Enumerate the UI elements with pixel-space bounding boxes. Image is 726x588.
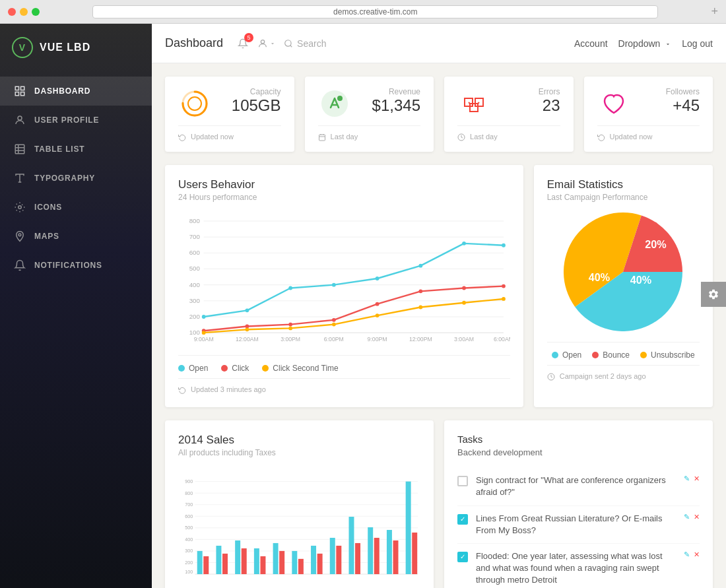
svg-point-66 — [332, 318, 336, 322]
svg-text:600: 600 — [185, 514, 193, 519]
svg-point-76 — [418, 306, 422, 310]
task-delete-button[interactable]: ✕ — [694, 550, 700, 559]
stat-info: Revenue $1,345 — [372, 87, 420, 115]
bar-chart-svg: 900 800 700 600 500 400 300 200 100 — [178, 468, 420, 587]
sidebar-item-user-profile[interactable]: User Profile — [0, 106, 152, 135]
task-edit-button[interactable]: ✎ — [684, 513, 690, 521]
sidebar-item-label: Dashboard — [34, 86, 90, 96]
close-dot[interactable] — [8, 8, 16, 16]
svg-point-60 — [418, 264, 422, 268]
sidebar-item-icons[interactable]: Icons — [0, 193, 152, 222]
svg-point-75 — [376, 313, 380, 317]
minimize-dot[interactable] — [20, 8, 28, 16]
stat-value: 105GB — [232, 96, 281, 115]
account-link[interactable]: Account — [574, 38, 608, 49]
svg-rect-112 — [298, 559, 304, 574]
task-checkbox[interactable] — [457, 476, 468, 486]
task-delete-button[interactable]: ✕ — [694, 513, 700, 521]
line-chart-area: 800 700 600 500 400 300 200 100 9:00AM 1… — [178, 212, 510, 344]
browser-url[interactable]: demos.creative-tim.com — [92, 5, 658, 18]
task-checkbox[interactable]: ✓ — [457, 514, 468, 525]
task-delete-button[interactable]: ✕ — [694, 474, 700, 483]
logout-button[interactable]: Log out — [682, 38, 713, 49]
svg-rect-118 — [355, 543, 360, 574]
maps-icon — [13, 230, 26, 243]
svg-point-68 — [418, 290, 422, 294]
task-item: ✓ Flooded: One year later, assessing wha… — [457, 544, 700, 588]
dashboard-icon — [13, 84, 26, 98]
svg-rect-101 — [197, 551, 203, 574]
stat-value: +45 — [666, 96, 700, 115]
svg-point-69 — [462, 286, 466, 290]
logo-icon: V — [12, 37, 33, 58]
svg-point-12 — [18, 234, 21, 236]
svg-point-72 — [245, 328, 249, 332]
svg-text:100: 100 — [189, 329, 200, 336]
svg-rect-106 — [242, 548, 247, 574]
capacity-icon — [178, 87, 211, 120]
email-chart-footer: Campaign sent 2 days ago — [547, 365, 700, 381]
settings-fab[interactable] — [701, 282, 726, 307]
errors-icon — [457, 87, 490, 120]
stat-label: Capacity — [232, 87, 281, 96]
svg-rect-105 — [235, 540, 240, 574]
sidebar-item-table-list[interactable]: Table List — [0, 135, 152, 164]
chart-title: Users Behavior — [178, 178, 510, 191]
sidebar: V VUE LBD Dashboard — [0, 24, 152, 588]
svg-point-77 — [462, 301, 466, 305]
svg-point-4 — [18, 116, 22, 120]
svg-point-19 — [321, 90, 348, 117]
sidebar-item-dashboard[interactable]: Dashboard — [0, 77, 152, 106]
table-icon — [13, 143, 26, 156]
sidebar-item-maps[interactable]: Maps — [0, 222, 152, 251]
bell-icon — [13, 259, 26, 272]
sidebar-nav: Dashboard User Profile — [0, 71, 152, 588]
legend-unsubscribe: Unsubscribe — [640, 350, 695, 360]
dropdown-button[interactable]: Dropdown — [618, 38, 672, 49]
sidebar-item-notifications[interactable]: Notifications — [0, 251, 152, 280]
stats-row: Capacity 105GB Updated now — [165, 77, 713, 152]
logo-text: VUE LBD — [40, 42, 90, 53]
sidebar-item-typography[interactable]: Typography — [0, 164, 152, 193]
svg-point-74 — [332, 323, 336, 327]
header-icons: 5 — [234, 34, 276, 53]
sales-subtitle: All products including Taxes — [178, 448, 420, 457]
svg-point-71 — [202, 331, 206, 335]
stat-info: Capacity 105GB — [232, 87, 281, 115]
new-tab-button[interactable]: + — [711, 5, 718, 18]
sidebar-item-label: Icons — [34, 203, 62, 212]
notifications-button[interactable]: 5 — [234, 34, 252, 53]
svg-line-28 — [469, 102, 470, 104]
maximize-dot[interactable] — [32, 8, 40, 16]
email-chart-subtitle: Last Campaign Performance — [547, 193, 700, 202]
svg-rect-124 — [412, 533, 417, 574]
bottom-row: 2014 Sales All products including Taxes … — [165, 420, 713, 588]
svg-text:200: 200 — [185, 560, 193, 566]
task-edit-button[interactable]: ✎ — [684, 550, 690, 559]
task-checkbox[interactable]: ✓ — [457, 552, 468, 562]
svg-text:200: 200 — [189, 313, 200, 320]
profile-button[interactable] — [257, 34, 276, 53]
svg-point-62 — [502, 244, 506, 247]
main-content: Dashboard 5 — [152, 24, 726, 588]
person-icon — [13, 114, 26, 127]
legend-bounce: Bounce — [592, 350, 630, 360]
stat-label: Revenue — [372, 87, 420, 96]
notification-badge: 5 — [244, 33, 253, 42]
svg-point-78 — [502, 297, 506, 301]
stat-value: $1,345 — [372, 96, 420, 115]
svg-text:3:00PM: 3:00PM — [280, 336, 300, 343]
svg-rect-2 — [21, 92, 24, 96]
svg-rect-117 — [348, 517, 354, 574]
search-button[interactable]: Search — [284, 38, 326, 49]
svg-text:700: 700 — [185, 502, 193, 507]
svg-text:600: 600 — [189, 249, 200, 256]
svg-text:12:00PM: 12:00PM — [409, 336, 432, 343]
svg-text:40%: 40% — [589, 271, 610, 283]
tasks-section: Backend development — [457, 447, 700, 457]
svg-point-73 — [288, 327, 292, 331]
stat-value: 23 — [539, 96, 560, 115]
svg-point-67 — [376, 302, 380, 306]
task-edit-button[interactable]: ✎ — [684, 474, 690, 483]
svg-point-58 — [332, 283, 336, 287]
